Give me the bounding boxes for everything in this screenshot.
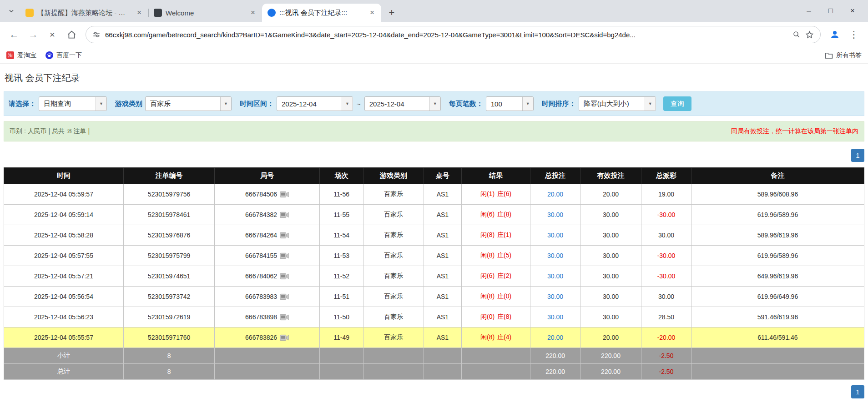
profile-button[interactable] [826,26,843,43]
column-header: 备注 [691,168,864,184]
forward-button[interactable]: → [25,26,42,43]
bookmark-baidu[interactable]: 百度一下 [45,51,82,60]
cell-total-bet[interactable]: 30.00 [530,266,580,287]
page-button[interactable]: 1 [851,149,864,162]
divider [820,51,820,60]
cell-total-bet[interactable]: 30.00 [530,205,580,225]
cell-round: 666784062 [215,266,320,287]
url-bar[interactable]: 66cxkj98.com/game/betrecord_search/kind3… [86,26,821,43]
cell-result: 闲(6)庄(8) [461,205,530,225]
back-button[interactable]: ← [5,26,23,43]
pagination-bottom: 1 [4,385,864,398]
cell-table-no: AS1 [424,184,461,205]
game-type-value: 百家乐 [146,100,220,108]
chevron-down-icon[interactable]: ▼ [96,97,106,111]
cell-result: 闲(8)庄(5) [461,246,530,266]
cell-table-no: AS1 [424,287,461,307]
date-start-input[interactable]: 2025-12-04 ▼ [277,96,353,111]
tab-forum[interactable]: 【新提醒】海燕策略论坛 - 综合 × [20,4,148,22]
tab-close-icon[interactable]: × [135,8,144,17]
cell-total-bet[interactable]: 30.00 [530,307,580,327]
chevron-down-icon[interactable]: ▼ [522,97,533,111]
result-banker: 庄(8) [497,313,511,320]
video-replay-icon[interactable] [280,273,289,280]
cell-note: 619.96/649.96 [691,287,864,307]
new-tab-button[interactable]: + [385,6,399,20]
page-size-label: 每页笔数： [449,100,483,108]
navigation-bar: ← → × 66cxkj98.com/game/betrecord_search… [0,22,868,47]
round-number: 666784062 [245,272,277,280]
cell-total-bet[interactable]: 20.00 [530,327,580,348]
chevron-down-icon[interactable]: ▼ [220,97,231,111]
minimize-button[interactable]: – [798,2,820,20]
tab-close-icon[interactable]: × [248,8,257,17]
video-replay-icon[interactable] [280,252,289,259]
cell-session: 11-53 [319,246,363,266]
query-type-select[interactable]: 日期查询 ▼ [39,96,107,111]
cell-result: 闲(8)庄(4) [461,327,530,348]
tab-bet-record[interactable]: :::视讯 会员下注纪录::: × [262,4,381,22]
zoom-icon[interactable] [792,30,801,39]
total-valid-bet: 220.00 [580,364,641,380]
video-replay-icon[interactable] [280,334,289,341]
video-replay-icon[interactable] [280,293,289,300]
tab-search-button[interactable] [5,4,18,18]
result-banker: 庄(6) [497,190,511,197]
cell-game-type: 百家乐 [363,246,424,266]
video-replay-icon[interactable] [280,191,289,198]
table-row: 2025-12-04 05:59:57 523015979756 6667845… [4,184,864,205]
column-header: 总派彩 [641,168,691,184]
cell-valid-bet: 20.00 [580,184,641,205]
cell-total-bet[interactable]: 30.00 [530,287,580,307]
bookmark-taobao[interactable]: 淘 爱淘宝 [6,51,36,60]
table-row: 2025-12-04 05:55:57 523015971760 6667838… [4,327,864,348]
cell-bet-id: 523015974651 [123,266,214,287]
cell-session: 11-56 [319,184,363,205]
video-replay-icon[interactable] [280,212,289,218]
empty-cell [691,364,864,380]
table-row: 2025-12-04 05:56:54 523015973742 6667839… [4,287,864,307]
maximize-button[interactable]: □ [820,2,842,20]
tab-close-icon[interactable]: × [368,8,377,17]
browser-menu-button[interactable]: ⋮ [845,26,863,43]
tab-welcome[interactable]: Welcome × [148,4,262,22]
cell-bet-id: 523015975799 [123,246,214,266]
cell-valid-bet: 30.00 [580,205,641,225]
result-banker: 庄(2) [497,272,511,279]
close-window-button[interactable]: × [842,2,863,20]
result-banker: 庄(8) [497,211,511,218]
total-payout: -2.50 [641,364,691,380]
cell-note: 611.46/591.46 [691,327,864,348]
cell-session: 11-51 [319,287,363,307]
sort-select[interactable]: 降幂(由大到小) ▼ [579,96,656,111]
page-size-select[interactable]: 100 ▼ [486,96,534,111]
bookmark-star-icon[interactable] [805,30,814,39]
profile-avatar-icon [829,29,840,40]
site-settings-icon[interactable] [92,30,101,39]
bet-record-table: 时间注单编号局号场次游戏类别桌号结果总投注有效投注总派彩备注 2025-12-0… [4,167,864,380]
empty-cell [461,364,530,380]
chevron-down-icon[interactable]: ▼ [342,97,353,111]
url-text[interactable]: 66cxkj98.com/game/betrecord_search/kind3… [105,31,788,39]
cell-total-bet[interactable]: 20.00 [530,184,580,205]
cell-game-type: 百家乐 [363,307,424,327]
page-button[interactable]: 1 [851,385,864,398]
page-size-value: 100 [486,100,522,108]
video-replay-icon[interactable] [280,232,289,239]
date-end-input[interactable]: 2025-12-04 ▼ [364,96,441,111]
cell-total-bet[interactable]: 30.00 [530,246,580,266]
baidu-paw-icon [45,51,53,59]
chevron-down-icon[interactable]: ▼ [429,97,440,111]
search-button[interactable]: 查询 [663,96,691,111]
bookmark-label: 爱淘宝 [17,51,36,60]
cell-time: 2025-12-04 05:55:57 [4,327,124,348]
all-bookmarks-button[interactable]: 所有书签 [825,51,862,60]
cell-time: 2025-12-04 05:58:28 [4,225,124,246]
cell-note: 619.96/589.96 [691,246,864,266]
cell-total-bet[interactable]: 30.00 [530,225,580,246]
stop-button[interactable]: × [44,26,61,43]
home-button[interactable] [63,26,80,43]
video-replay-icon[interactable] [280,314,289,321]
game-type-select[interactable]: 百家乐 ▼ [145,96,232,111]
chevron-down-icon[interactable]: ▼ [645,97,656,111]
